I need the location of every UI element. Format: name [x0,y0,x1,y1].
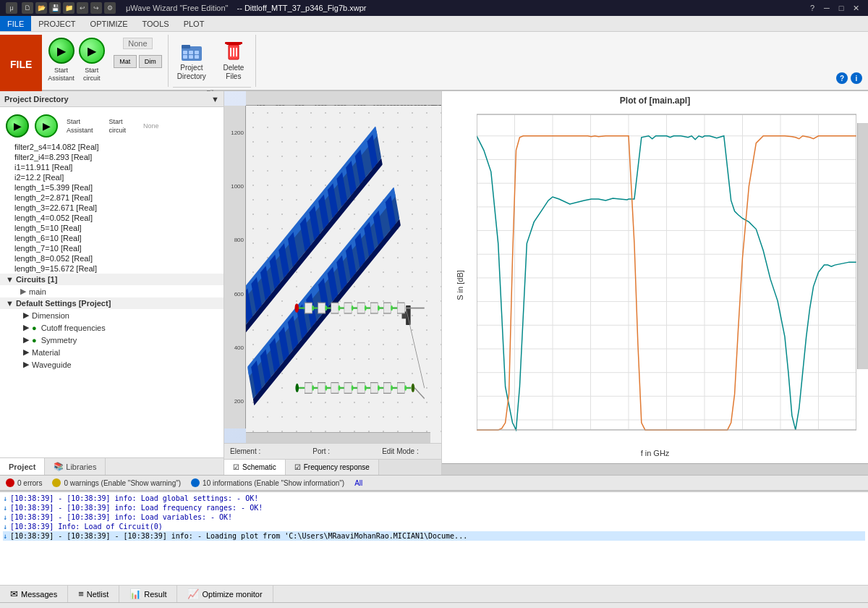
tab-libraries[interactable]: 📚 Libraries [45,458,106,475]
svg-rect-81 [318,383,326,394]
settings-icon[interactable]: ⚙ [104,2,116,14]
help-icon[interactable]: ? [806,2,819,14]
waveguide-item[interactable]: ▶ Waveguide [12,358,224,371]
svg-rect-93 [370,383,378,394]
param-length6: length_6=10 [Real] [0,233,224,243]
default-settings-label: Default Settings [Project] [16,299,111,308]
redo-icon[interactable]: ↪ [90,2,102,14]
tab-result[interactable]: 📊 Result [119,586,177,602]
help-info-icon[interactable]: ? [836,72,848,84]
default-settings-section[interactable]: ▼ Default Settings [Project] [0,297,224,309]
project-directory-button[interactable]: Project Directory [173,38,210,84]
log-entry-1: ↓ [10:38:39] - [10:38:39] info: Load fre… [3,503,865,512]
mat-button[interactable]: Mat [114,55,137,68]
tab-messages[interactable]: ✉ Messages [0,586,68,602]
sidebar-tabs: Project 📚 Libraries [0,457,224,475]
new-icon[interactable]: 🗋 [22,2,33,14]
cutoff-label: Cutoff frequencies [41,324,106,332]
project-dir-label: Project Directory [177,64,206,81]
informations-label: 10 informations (Enable "Show informatio… [203,479,344,487]
menu-optimize[interactable]: OPTIMIZE [83,16,135,31]
tab-netlist[interactable]: ≡ Netlist [68,586,119,602]
svg-rect-3 [183,55,187,59]
info-section: 10 informations (Enable "Show informatio… [191,478,344,487]
param-i2: i2=12.2 [Real] [0,172,224,182]
svg-rect-96 [383,383,391,394]
start-circuit-button[interactable]: ▶ [79,38,105,64]
param-length4: length_4=0.052 [Real] [0,213,224,223]
log-entries: ↓ [10:38:39] - [10:38:39] info: Load glo… [0,492,868,542]
sidebar-panel: ▶ ▶ Start Assistant Start circuit None f… [0,107,224,457]
y-axis-label: S in [dB] [456,270,464,300]
start-label4: circuit [109,127,127,134]
sidebar-header: Project Directory ▼ [0,91,224,107]
tab-frequency[interactable]: ☑ Frequency response [286,460,379,475]
sidebar-start-circuit[interactable]: ▶ [35,114,58,138]
dim-button[interactable]: Dim [139,55,162,68]
save-icon[interactable]: 💾 [49,2,61,14]
cutoff-item[interactable]: ▶ ● Cutoff frequencies [12,321,224,334]
result-icon: 📊 [129,588,141,599]
param-length5: length_5=10 [Real] [0,223,224,233]
start-label2: Assistant [67,127,93,134]
error-status-bar: 0 errors 0 warnings (Enable "Show warnin… [0,475,868,491]
tab-schematic[interactable]: ☑ Schematic [224,460,286,475]
schematic-status-bar: Element : Port : Edit Mode : [224,443,441,459]
tab-optimize-monitor[interactable]: 📈 Optimize monitor [177,586,273,602]
app-title: μWave Wizard "Free Edition" [126,4,229,12]
sidebar-start-project[interactable]: ▶ [6,114,29,138]
log-text-1: [10:38:39] - [10:38:39] info: Load frequ… [10,504,263,512]
result-label: Result [144,590,166,599]
collapse-icon[interactable]: ▼ [211,95,219,104]
start-assistant-button[interactable]: ▶ [48,38,75,64]
param-length8: length_8=0.052 [Real] [0,253,224,263]
menu-tools[interactable]: TOOLS [135,16,176,31]
optimize-icon: 📈 [187,588,199,599]
file-title: -- Dittloff_MTT_37_p346_Fig7b.xwpr [237,4,367,12]
green-dot: ● [32,324,37,332]
maximize-button[interactable]: □ [835,2,848,14]
info-dot [191,478,200,487]
messages-label: Messages [21,590,57,599]
all-label[interactable]: All [354,479,362,487]
main-circuit[interactable]: ▶ main [0,285,224,297]
3d-view: 400 600 800 1000 1200 1400 1600 1800 200… [224,91,441,443]
close-button[interactable]: ✕ [849,2,862,14]
window-controls: ? ─ □ ✕ [806,2,862,14]
errors-label: 0 errors [17,479,42,487]
svg-point-102 [412,384,415,392]
menu-file[interactable]: FILE [0,16,31,31]
menu-project[interactable]: PROJECT [31,16,82,31]
file-button[interactable]: FILE [0,35,42,94]
plot-panel: Plot of [main.apl] S in [dB] [441,91,868,475]
circuits-section[interactable]: ▼ Circuits [1] [0,274,224,285]
schematic-canvas[interactable] [246,106,441,443]
menu-plot[interactable]: PLOT [176,16,212,31]
delete-files-button[interactable]: Delete Files [216,38,251,84]
none-sidebar-label: None [143,122,159,130]
undo-icon[interactable]: ↩ [77,2,88,14]
sidebar-circuit-labels: Start circuit [109,118,127,134]
dimension-item[interactable]: ▶ Dimension [12,309,224,321]
edit-mode-label: Edit Mode : [382,447,419,455]
symmetry-label: Symmetry [41,336,77,345]
freq-tab-label: Frequency response [304,463,370,471]
minimize-button[interactable]: ─ [820,2,833,14]
svg-rect-54 [305,303,312,313]
svg-rect-75 [397,303,404,313]
folder-icon [180,41,203,64]
tab-project[interactable]: Project [0,458,45,475]
open-icon[interactable]: 📂 [35,2,47,14]
plot-horizontal-scrollbar[interactable] [442,463,868,475]
export-icon[interactable]: 📁 [63,2,75,14]
log-entry-0: ↓ [10:38:39] - [10:38:39] info: Load glo… [3,494,865,503]
plot-vertical-scrollbar[interactable] [857,123,868,369]
log-icon-0: ↓ [3,494,7,502]
symmetry-item[interactable]: ▶ ● Symmetry [12,334,224,346]
svg-line-103 [414,388,425,399]
content-area: 400 600 800 1000 1200 1400 1600 1800 200… [224,91,868,475]
material-item[interactable]: ▶ Material [12,346,224,358]
green-dot2: ● [32,336,37,345]
svg-rect-1 [182,45,190,48]
horizontal-scrollbar[interactable] [246,432,430,443]
